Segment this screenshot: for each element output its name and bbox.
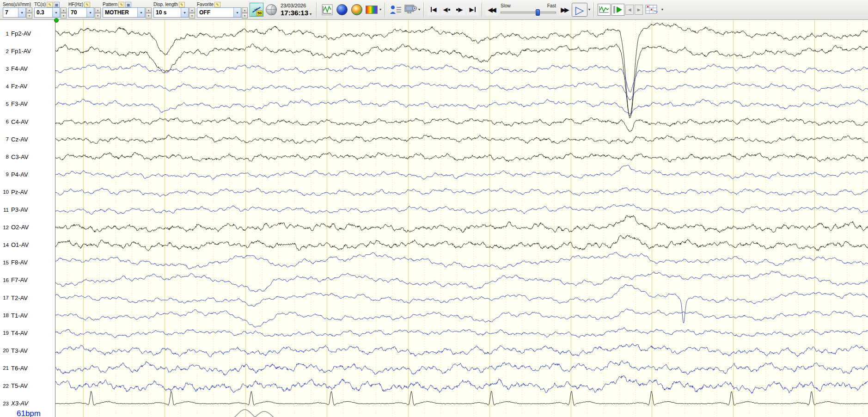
waveform-view-button[interactable] <box>320 3 334 17</box>
spinner-up-icon[interactable]: ▲ <box>26 7 32 13</box>
channel-row-P4-AV[interactable]: 9P4-AV <box>0 171 55 178</box>
montage-chevron-down-icon[interactable]: ▾ <box>661 7 663 12</box>
page-back-button[interactable]: ◀ <box>625 5 634 15</box>
spinner-up-icon[interactable]: ▲ <box>61 7 67 13</box>
maps-chevron-down-icon[interactable]: ▾ <box>379 7 381 12</box>
fast-forward-button[interactable]: ▶▶ <box>559 4 571 16</box>
last-bar-icon <box>475 7 476 12</box>
speed-slider-handle[interactable] <box>536 9 540 16</box>
channel-row-F7-AV[interactable]: 16F7-AV <box>0 276 55 284</box>
channel-row-Fp1-AV[interactable]: 2Fp1-AV <box>0 47 55 55</box>
speed-slider: Slow Fast <box>499 3 558 16</box>
pencil-icon[interactable]: ✎ <box>84 2 90 7</box>
eeg-trace-canvas[interactable] <box>55 20 868 417</box>
chevron-down-icon[interactable]: ▾ <box>52 8 60 17</box>
page-next-button[interactable]: ▶ <box>635 5 643 15</box>
disp-select[interactable]: 10 s▾ <box>153 7 189 18</box>
frequency-map-button[interactable] <box>350 3 364 17</box>
speed-slider-track[interactable] <box>501 9 556 16</box>
spinner-down-icon[interactable]: ▼ <box>146 13 152 18</box>
voltage-map-button[interactable] <box>335 3 349 17</box>
channel-label: Cz-AV <box>11 136 28 143</box>
channel-row-Pz-AV[interactable]: 10Pz-AV <box>0 188 55 196</box>
eeg-review-window: Sens(uV/mm)7▾▲▼TC(s)✎▦0.3▾▲▼HF(Hz)✎70▾▲▼… <box>0 0 868 417</box>
spinner-down-icon[interactable]: ▼ <box>189 13 195 18</box>
channel-row-T4-AV[interactable]: 19T4-AV <box>0 329 55 337</box>
channel-row-F4-AV[interactable]: 3F4-AV <box>0 65 55 73</box>
spinner-up-icon[interactable]: ▲ <box>242 7 248 13</box>
globe-button[interactable] <box>264 3 278 17</box>
spinner-down-icon[interactable]: ▼ <box>95 13 101 18</box>
channel-number: 6 <box>0 119 11 124</box>
sens-select[interactable]: 7▾ <box>3 7 26 18</box>
channel-row-T6-AV[interactable]: 21T6-AV <box>0 364 55 372</box>
dsa-trend-button[interactable] <box>365 3 379 17</box>
play-chevron-down-icon[interactable]: ▾ <box>588 7 590 12</box>
channel-row-C3-AV[interactable]: 8C3-AV <box>0 153 55 161</box>
spinner-down-icon[interactable]: ▼ <box>26 13 32 18</box>
spinner-up-icon[interactable]: ▲ <box>189 7 195 13</box>
channel-number: 2 <box>0 49 11 54</box>
go-last-button[interactable]: ▶ <box>466 4 478 16</box>
tc-select[interactable]: 0.3▾ <box>34 7 60 18</box>
pencil-icon[interactable]: ✎ <box>47 2 53 7</box>
channel-number: 7 <box>0 136 11 142</box>
channel-row-O1-AV[interactable]: 14O1-AV <box>0 241 55 249</box>
channel-number: 22 <box>0 383 11 389</box>
pencil-icon[interactable]: ✎ <box>118 2 124 7</box>
channel-row-C4-AV[interactable]: 6C4-AV <box>0 118 55 126</box>
review-play-button[interactable] <box>611 4 624 16</box>
favorite-select[interactable]: OFF▾ <box>197 7 241 18</box>
channel-row-T3-AV[interactable]: 20T3-AV <box>0 347 55 355</box>
channel-row-P3-AV[interactable]: 11P3-AV <box>0 206 55 214</box>
step-back-button[interactable]: ◀ <box>440 4 452 16</box>
chevron-down-icon[interactable]: ▾ <box>233 8 241 17</box>
channel-row-Fp2-AV[interactable]: 1Fp2-AV <box>0 30 55 37</box>
channel-label: Fp1-AV <box>11 48 31 55</box>
trend-wave-button[interactable] <box>598 4 611 16</box>
play-button[interactable]: ▷ <box>572 3 587 17</box>
separator <box>385 2 385 17</box>
spinner-up-icon[interactable]: ▲ <box>146 7 152 13</box>
channel-label: O1-AV <box>11 241 29 248</box>
datetime-display: 23/03/2026 17:36:13 ▾ <box>279 3 313 16</box>
channel-row-Cz-AV[interactable]: 7Cz-AV <box>0 135 55 143</box>
channel-label: C4-AV <box>11 118 28 125</box>
chevron-down-icon[interactable]: ▾ <box>86 8 94 17</box>
channel-row-F3-AV[interactable]: 5F3-AV <box>0 100 55 108</box>
go-first-button[interactable]: ◀ <box>428 4 440 16</box>
forward-triangle-icon: ▶ <box>458 6 463 13</box>
patient-info-button[interactable] <box>389 3 403 17</box>
chevron-down-icon[interactable]: ▾ <box>181 8 188 17</box>
spinner-down-icon[interactable]: ▼ <box>61 13 67 18</box>
rewind-button[interactable]: ◀◀ <box>486 4 498 16</box>
channel-row-X3-AV[interactable]: 23X3-AV <box>0 399 55 407</box>
tc-spinner: ▲▼ <box>61 7 67 18</box>
spinner-up-icon[interactable]: ▲ <box>95 7 101 13</box>
channel-row-T5-AV[interactable]: 22T5-AV <box>0 382 55 390</box>
pencil-icon[interactable]: ✎ <box>214 2 220 7</box>
separator <box>593 2 594 17</box>
notch-filter-button[interactable]: ✂ 50 <box>250 3 263 17</box>
chevron-down-icon[interactable]: ▾ <box>310 12 312 16</box>
channel-label: F8-AV <box>11 259 28 266</box>
pencil-icon[interactable]: ✎ <box>179 2 185 7</box>
channel-row-O2-AV[interactable]: 12O2-AV <box>0 223 55 231</box>
spinner-down-icon[interactable]: ▼ <box>242 13 248 18</box>
grid-icon[interactable]: ▦ <box>125 2 131 7</box>
channel-row-Fz-AV[interactable]: 4Fz-AV <box>0 82 55 90</box>
pattern-select[interactable]: MOTHER▾ <box>103 7 145 18</box>
forward-dot-icon <box>456 9 458 11</box>
chevron-down-icon[interactable]: ▾ <box>18 8 25 17</box>
montage-settings-button[interactable] <box>644 3 660 17</box>
chevron-down-icon[interactable]: ▾ <box>137 8 145 17</box>
favorite-control: Favorite✎OFF▾▲▼ <box>196 1 249 18</box>
channel-row-T1-AV[interactable]: 18T1-AV <box>0 312 55 319</box>
channel-row-T2-AV[interactable]: 17T2-AV <box>0 294 55 302</box>
hf-select[interactable]: 70▾ <box>68 7 94 18</box>
step-forward-button[interactable]: ▶ <box>453 4 465 16</box>
grid-icon[interactable]: ▦ <box>54 2 60 7</box>
video-button[interactable] <box>403 3 417 17</box>
video-chevron-down-icon[interactable]: ▾ <box>418 7 420 12</box>
channel-row-F8-AV[interactable]: 15F8-AV <box>0 258 55 266</box>
